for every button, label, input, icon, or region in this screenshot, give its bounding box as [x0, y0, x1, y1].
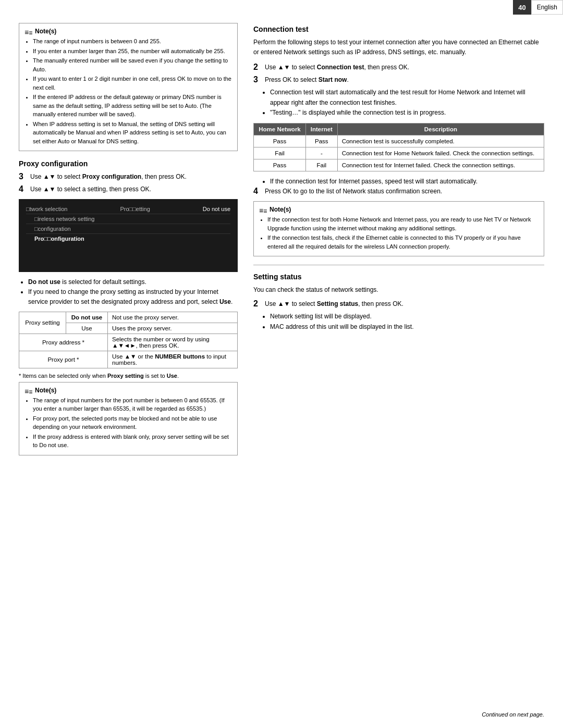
notes-top-header: ≡ Note(s): [25, 28, 232, 35]
conn-step-3: 3 Press OK to select Start now.: [253, 75, 544, 84]
proxy-table-row-donotuse: Proxy setting Do not use Not use the pro…: [19, 312, 238, 323]
connection-test-heading: Connection test: [253, 25, 544, 33]
setting-status-intro: You can check the status of network sett…: [253, 285, 544, 295]
connection-test-section: Connection test Perform the following st…: [253, 25, 544, 256]
notes-top-list: The range of input numbers is between 0 …: [25, 37, 232, 145]
menu-row-wireless: □ireless network setting: [26, 214, 230, 224]
page-number: 40: [513, 0, 531, 15]
menu-row-ipconfiguration: □configuration: [26, 224, 230, 234]
step-3: 3 Use ▲▼ to select Proxy configuration, …: [19, 172, 238, 181]
page-header: 40 English: [513, 0, 563, 15]
note-item: If you want to enter 1 or 2 digit number…: [33, 75, 232, 92]
setting-status-heading: Setting status: [253, 273, 544, 281]
conn-step-4-text: Press OK to go to the list of Network st…: [265, 187, 442, 196]
proxy-config-heading: Proxy configuration: [19, 159, 238, 168]
conn-notes-list: If the connection test for both Home Net…: [259, 215, 538, 251]
note-item: The range of input numbers is between 0 …: [33, 37, 232, 46]
proxy-config-section: Proxy configuration 3 Use ▲▼ to select P…: [19, 159, 238, 455]
menu-screenshot: □twork selection Pro□□etting Do not use …: [19, 199, 238, 272]
note-item: When IP address setting is set to Manual…: [33, 120, 232, 146]
continued-text: Continued on next page.: [482, 711, 544, 718]
section-divider: [253, 265, 544, 265]
proxy-footnote: * Items can be selected only when Proxy …: [19, 373, 238, 379]
status-bullet-2: MAC address of this unit will be display…: [270, 322, 544, 332]
notes-icon: ≡: [25, 28, 33, 34]
step-4-text: Use ▲▼ to select a setting, then press O…: [30, 184, 151, 194]
proxy-table-row-port: Proxy port * Use ▲▼ or the NUMBER button…: [19, 351, 238, 368]
col-header-desc: Description: [337, 123, 544, 135]
step-3-text: Use ▲▼ to select Proxy configuration, th…: [30, 172, 187, 181]
right-column: Connection test Perform the following st…: [253, 23, 544, 464]
conn-table-row-1: Pass Pass Connection test is successfull…: [254, 135, 544, 147]
conn-note-2: If the connection test fails, check if t…: [267, 233, 538, 251]
conn-bullets-2: If the connection test for Internet pass…: [253, 177, 544, 187]
connection-test-intro: Perform the following steps to test your…: [253, 38, 544, 57]
col-header-homenet: Home Network: [254, 123, 306, 135]
conn-step-2: 2 Use ▲▼ to select Connection test, then…: [253, 63, 544, 72]
notes-top-box: ≡ Note(s) The range of input numbers is …: [19, 23, 238, 151]
notes-bottom-list: The range of input numbers for the port …: [25, 396, 232, 450]
connection-test-table: Home Network Internet Description Pass P…: [253, 123, 544, 171]
notes-bottom-box: ≡ Note(s) The range of input numbers for…: [19, 382, 238, 455]
page-language: English: [531, 0, 563, 15]
note-item: If the entered IP address or the default…: [33, 93, 232, 119]
menu-row-network: □twork selection Pro□□etting Do not use: [26, 204, 230, 214]
notes-icon-bottom: ≡: [25, 387, 33, 393]
conn-bullet-1: Connection test will start automatically…: [270, 88, 544, 107]
conn-table-row-2: Fail - Connection test for Home Network …: [254, 147, 544, 159]
conn-table-header: Home Network Internet Description: [254, 123, 544, 135]
conn-bullet-2: "Testing…" is displayed while the connec…: [270, 108, 544, 118]
conn-step-2-text: Use ▲▼ to select Connection test, then p…: [265, 63, 409, 72]
conn-step-3-text: Press OK to select Start now.: [265, 75, 349, 84]
conn-bullets-1: Connection test will start automatically…: [253, 88, 544, 118]
menu-row-proxy: Pro□□onfiguration: [26, 234, 230, 243]
status-step-2-text: Use ▲▼ to select Setting status, then pr…: [265, 299, 403, 309]
note-bottom-item: If the proxy address is entered with bla…: [33, 433, 232, 450]
step-4: 4 Use ▲▼ to select a setting, then press…: [19, 184, 238, 194]
conn-bullet-auto: If the connection test for Internet pass…: [270, 177, 544, 187]
conn-notes-box: ≡ Note(s) If the connection test for bot…: [253, 201, 544, 256]
left-column: ≡ Note(s) The range of input numbers is …: [19, 23, 238, 464]
status-bullet-1: Network setting list will be displayed.: [270, 312, 544, 322]
proxy-table-row-address: Proxy address * Selects the number or wo…: [19, 334, 238, 351]
conn-notes-header: ≡ Note(s): [259, 206, 538, 213]
notes-bottom-header: ≡ Note(s): [25, 387, 232, 394]
conn-table-row-3: Pass Fail Connection test for Internet f…: [254, 159, 544, 171]
note-item: The manually entered number will be save…: [33, 56, 232, 73]
col-header-internet: Internet: [306, 123, 338, 135]
note-item: If you enter a number larger than 255, t…: [33, 47, 232, 56]
notes-icon-conn: ≡: [259, 206, 267, 213]
note-bottom-item: For proxy port, the selected ports may b…: [33, 414, 232, 431]
conn-step-4: 4 Press OK to go to the list of Network …: [253, 187, 544, 196]
proxy-bullet-1: Do not use is selected for default setti…: [28, 277, 238, 287]
status-step-2: 2 Use ▲▼ to select Setting status, then …: [253, 299, 544, 309]
status-bullets: Network setting list will be displayed. …: [253, 312, 544, 331]
proxy-table: Proxy setting Do not use Not use the pro…: [19, 312, 238, 368]
conn-note-1: If the connection test for both Home Net…: [267, 215, 538, 232]
setting-status-section: Setting status You can check the status …: [253, 273, 544, 332]
proxy-bullets: Do not use is selected for default setti…: [19, 277, 238, 307]
note-bottom-item: The range of input numbers for the port …: [33, 396, 232, 413]
proxy-bullet-2: If you need to change the proxy setting …: [28, 287, 238, 307]
